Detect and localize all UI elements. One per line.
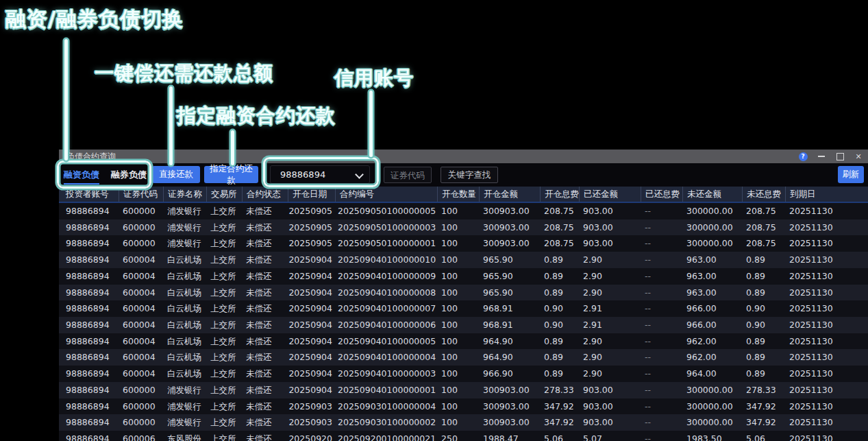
table-row[interactable]: 98886894600000浦发银行上交所未偿还2025090320250903… xyxy=(59,414,868,431)
table-cell: 98886894 xyxy=(59,252,119,268)
table-cell: 上交所 xyxy=(206,219,242,236)
table-cell: 20250904 xyxy=(288,366,335,382)
table-cell: 98886894 xyxy=(59,333,119,350)
table-row[interactable]: 98886894600004白云机场上交所未偿还2025090420250904… xyxy=(59,333,868,350)
table-cell: 20251130 xyxy=(785,300,868,317)
table-cell: 0.89 xyxy=(540,366,579,382)
table-row[interactable]: 98886894600004白云机场上交所未偿还2025090420250904… xyxy=(59,300,868,317)
table-row[interactable]: 98886894600004白云机场上交所未偿还2025090420250904… xyxy=(59,268,868,285)
table-cell: 0.90 xyxy=(742,317,785,333)
table-cell: 100 xyxy=(437,203,479,219)
table-cell: 966.00 xyxy=(682,317,742,333)
table-cell: 上交所 xyxy=(206,349,242,366)
table-cell: 98886894 xyxy=(59,431,119,441)
table-body: 98886894600000浦发银行上交所未偿还2025090520250905… xyxy=(59,203,868,441)
annotation-assign-contract-repay: 指定融资合约还款 xyxy=(177,103,336,129)
close-icon: ✕ xyxy=(855,153,861,160)
table-cell: 963.00 xyxy=(682,285,742,301)
table-cell: 202509040100000009 xyxy=(335,268,437,285)
table-cell: 100 xyxy=(437,398,479,415)
table-cell: 968.91 xyxy=(479,317,540,333)
column-header[interactable]: 开仓日期 xyxy=(288,187,335,202)
column-header[interactable]: 合约状态 xyxy=(242,187,288,202)
table-cell: 962.00 xyxy=(682,349,742,366)
table-row[interactable]: 98886894600000浦发银行上交所未偿还2025090320250903… xyxy=(59,398,868,415)
table-cell: 0.90 xyxy=(540,300,579,317)
column-header[interactable]: 未还息费 xyxy=(742,187,785,202)
table-cell: 白云机场 xyxy=(163,300,206,317)
table-cell: 上交所 xyxy=(206,382,242,398)
column-header[interactable]: 到期日 xyxy=(785,187,868,202)
table-cell: 964.90 xyxy=(479,333,540,350)
table-cell: 浦发银行 xyxy=(163,382,206,398)
close-button[interactable]: ✕ xyxy=(853,151,864,162)
table-cell: 600004 xyxy=(119,366,163,382)
table-row[interactable]: 98886894600004白云机场上交所未偿还2025090420250904… xyxy=(59,285,868,301)
table-cell: 20251130 xyxy=(785,382,868,398)
table-cell: 100 xyxy=(437,333,479,350)
table-cell: 20250904 xyxy=(288,252,335,268)
help-button[interactable]: ? xyxy=(797,151,808,162)
table-cell: 903.00 xyxy=(579,235,641,252)
table-cell: 202509040100000007 xyxy=(335,300,437,317)
column-header[interactable]: 投资者账号 xyxy=(59,187,119,202)
assign-contract-repay-button[interactable]: 指定合约还款 xyxy=(204,166,258,183)
minimize-button[interactable] xyxy=(816,151,827,162)
table-row[interactable]: 98886894600006东风股份上交所未偿还2025092020250920… xyxy=(59,431,868,441)
table-cell: 20250904 xyxy=(288,300,335,317)
keyword-search-button[interactable]: 关键字查找 xyxy=(441,167,498,183)
table-cell: 100 xyxy=(437,268,479,285)
table-row[interactable]: 98886894600004白云机场上交所未偿还2025090420250904… xyxy=(59,317,868,333)
table-cell: 0.90 xyxy=(742,300,785,317)
screen: 负债合约查询 ? ✕ 融资负债 融券负债 直接还款 指定合约还款 xyxy=(0,0,868,441)
table-cell: 965.90 xyxy=(479,268,540,285)
debt-contract-query-window: 负债合约查询 ? ✕ 融资负债 融券负债 直接还款 指定合约还款 xyxy=(59,150,868,441)
table-cell: 347.92 xyxy=(540,398,579,415)
table-cell: 100 xyxy=(437,300,479,317)
column-header[interactable]: 开仓息费 xyxy=(540,187,579,202)
column-header[interactable]: 已还金额 xyxy=(579,187,641,202)
table-cell: 0.90 xyxy=(540,317,579,333)
table-cell: 5.06 xyxy=(742,431,785,441)
table-cell: 202509050100000001 xyxy=(335,235,437,252)
table-cell: -- xyxy=(641,235,682,252)
column-header[interactable]: 交易所 xyxy=(206,187,242,202)
table-cell: 0.89 xyxy=(540,285,579,301)
table-cell: 100 xyxy=(437,219,479,236)
table-cell: 98886894 xyxy=(59,366,119,382)
table-cell: 202509040100000004 xyxy=(335,349,437,366)
column-header[interactable]: 证券代码 xyxy=(119,187,163,202)
column-header[interactable]: 合约编号 xyxy=(335,187,437,202)
refresh-button[interactable]: 刷新 xyxy=(838,166,864,183)
table-row[interactable]: 98886894600004白云机场上交所未偿还2025090420250904… xyxy=(59,366,868,382)
table-cell: 未偿还 xyxy=(242,398,288,415)
direct-repay-button[interactable]: 直接还款 xyxy=(152,166,200,183)
table-row[interactable]: 98886894600000浦发银行上交所未偿还2025090520250905… xyxy=(59,203,868,219)
table-cell: -- xyxy=(641,203,682,219)
table-cell: 600004 xyxy=(119,285,163,301)
table-cell: 300903.00 xyxy=(479,398,540,415)
table-cell: 20251130 xyxy=(785,268,868,285)
table-cell: 968.91 xyxy=(479,300,540,317)
column-header[interactable]: 开仓数量 xyxy=(437,187,479,202)
table-row[interactable]: 98886894600000浦发银行上交所未偿还2025090520250905… xyxy=(59,235,868,252)
table-row[interactable]: 98886894600004白云机场上交所未偿还2025090420250904… xyxy=(59,252,868,268)
column-header[interactable]: 未还金额 xyxy=(682,187,742,202)
table-row[interactable]: 98886894600000浦发银行上交所未偿还2025090520250905… xyxy=(59,219,868,236)
table-cell: 903.00 xyxy=(579,203,641,219)
maximize-button[interactable] xyxy=(834,151,845,162)
security-code-input[interactable] xyxy=(384,167,432,183)
table-cell: 白云机场 xyxy=(163,252,206,268)
table-cell: 浦发银行 xyxy=(163,219,206,236)
table-cell: 965.90 xyxy=(479,285,540,301)
table-row[interactable]: 98886894600004白云机场上交所未偿还2025090420250904… xyxy=(59,349,868,366)
column-header[interactable]: 开仓金额 xyxy=(479,187,540,202)
column-header[interactable]: 已还息费 xyxy=(641,187,682,202)
column-header[interactable]: 证券名称 xyxy=(163,187,206,202)
help-icon: ? xyxy=(799,152,808,161)
table-cell: 20250904 xyxy=(288,382,335,398)
table-cell: 20250904 xyxy=(288,317,335,333)
table-cell: 上交所 xyxy=(206,398,242,415)
table-cell: -- xyxy=(641,300,682,317)
table-row[interactable]: 98886894600000浦发银行上交所未偿还2025090420250904… xyxy=(59,382,868,398)
